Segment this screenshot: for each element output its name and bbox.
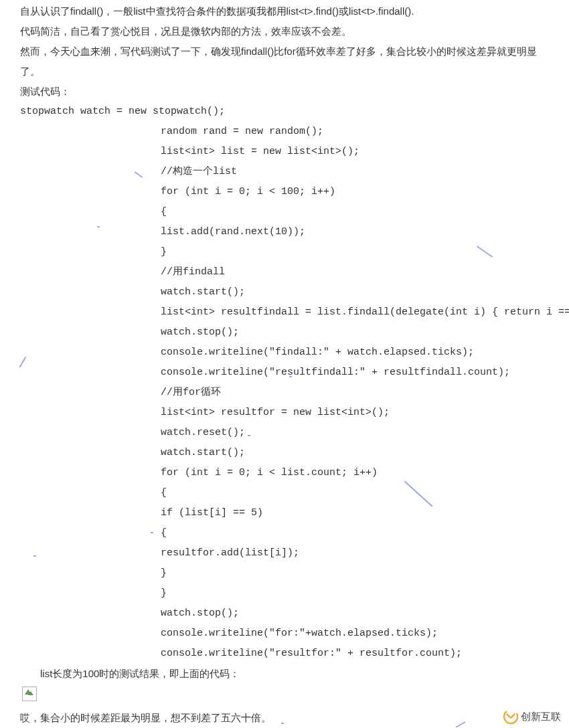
code-line: random rand = new random(); [20,122,549,142]
code-line: watch.reset(); [20,423,549,443]
code-line: console.writeline("for:"+watch.elapsed.t… [20,624,549,644]
code-line: watch.start(); [20,282,549,302]
code-line: watch.stop(); [20,323,549,343]
result-label: list长度为100时的测试结果，即上面的代码： [20,664,549,684]
article-content: 自从认识了findall()，一般list中查找符合条件的数据项我都用list<… [0,0,569,728]
code-line: list<int> list = new list<int>(); [20,142,549,162]
code-line: } [20,242,549,262]
code-line: watch.start(); [20,443,549,463]
code-line: } [20,563,549,583]
code-line: watch.stop(); [20,604,549,624]
code-line: { [20,202,549,222]
code-line: console.writeline("resultfindall:" + res… [20,363,549,383]
code-line: list<int> resultfindall = list.findall(d… [20,302,549,323]
intro-paragraph-1: 自从认识了findall()，一般list中查找符合条件的数据项我都用list<… [20,1,549,21]
brand-text: 创新互联 [521,711,561,723]
broken-image-icon [22,687,37,701]
brand-logo-icon [503,709,518,724]
code-line: stopwatch watch = new stopwatch(); [20,102,549,122]
brand-badge[interactable]: 创新互联 [495,705,569,728]
intro-paragraph-2: 代码简洁，自己看了赏心悦目，况且是微软内部的方法，效率应该不会差。 [20,21,549,41]
intro-paragraph-3: 然而，今天心血来潮，写代码测试了一下，确发现findall()比for循环效率差… [20,41,549,82]
code-line: } [20,583,549,604]
code-line: list<int> resultfor = new list<int>(); [20,403,549,423]
code-line: console.writeline("resultfor:" + resultf… [20,644,549,664]
code-line: { [20,483,549,503]
code-line: console.writeline("findall:" + watch.ela… [20,343,549,363]
code-line: resultfor.add(list[i]); [20,543,549,563]
svg-point-0 [503,709,518,724]
code-line: //用for循环 [20,383,549,403]
code-line: for (int i = 0; i < list.count; i++) [20,463,549,483]
conclusion-paragraph: 哎，集合小的时候差距最为明显，想不到差了五六十倍。 [20,708,549,728]
code-line: //用findall [20,262,549,282]
code-line: { [20,523,549,543]
code-line: for (int i = 0; i < 100; i++) [20,182,549,202]
code-line: //构造一个list [20,162,549,182]
intro-paragraph-4: 测试代码： [20,82,549,102]
code-line: if (list[i] == 5) [20,503,549,523]
code-line: list.add(rand.next(10)); [20,222,549,242]
